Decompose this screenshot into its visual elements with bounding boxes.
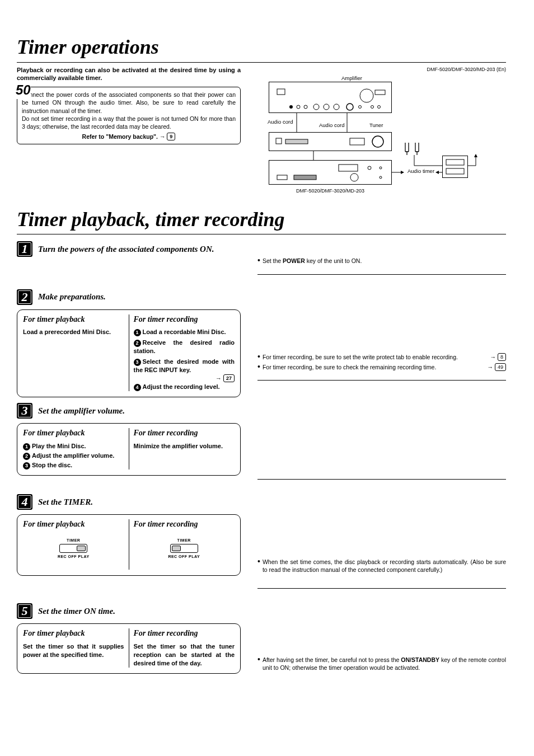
- s3-l-item2: Adjust the amplifier volume.: [32, 452, 114, 459]
- s3-l-item3: Stop the disc.: [32, 462, 72, 468]
- step3-left-heading: For timer playback: [23, 428, 124, 439]
- timer-switch-rec: TIMER REC OFF PLAY: [134, 538, 235, 560]
- svg-rect-2: [375, 90, 385, 95]
- step2-left-body: Load a prerecorded Mini Disc.: [23, 328, 124, 336]
- section-title-timer-playback-recording: Timer playback, timer recording: [17, 206, 506, 235]
- s2-r-item4: Adjust the recording level.: [143, 383, 220, 390]
- step-title-2: Make preparations.: [38, 291, 106, 302]
- svg-point-23: [380, 176, 382, 179]
- switch-bottom-label: REC OFF PLAY: [23, 554, 124, 559]
- bullet-icon: •: [257, 353, 260, 361]
- divider: [257, 274, 506, 275]
- svg-point-0: [360, 89, 373, 102]
- svg-point-12: [378, 105, 381, 108]
- divider: [257, 380, 506, 381]
- timer-svg: [444, 157, 466, 176]
- switch-top-label: TIMER: [23, 538, 124, 543]
- step-number-5: 5: [17, 603, 32, 619]
- tuner-label: Tuner: [369, 122, 383, 129]
- bullet-icon: •: [257, 363, 260, 371]
- s2-note2-text: For timer recording, be sure to check th…: [263, 364, 436, 370]
- step-title-1: Turn the powers of the associated compon…: [38, 243, 214, 255]
- audio-cord-label-1: Audio cord: [268, 119, 293, 126]
- tuner-device: [269, 132, 392, 151]
- svg-point-7: [324, 104, 329, 110]
- s2-r-item1: Load a recordable Mini Disc.: [143, 328, 226, 335]
- step-title-3: Set the amplifier volume.: [38, 405, 125, 416]
- step-number-2: 2: [17, 289, 32, 305]
- audio-cord-label-2: Audio cord: [319, 122, 344, 129]
- svg-point-3: [289, 105, 293, 109]
- step4-right-heading: For timer recording: [134, 519, 235, 530]
- circled-1-icon: 1: [23, 443, 30, 450]
- circled-3-icon: 3: [23, 462, 30, 469]
- divider: [257, 479, 506, 480]
- main-title-timer-operations: Timer operations: [17, 34, 506, 63]
- unit-caption: DMF-5020/DMF-3020/MD-203: [269, 187, 392, 194]
- doc-model-header: DMF-5020/DMF-3020/MD-203 (En): [427, 66, 506, 73]
- svg-point-8: [334, 104, 339, 110]
- page-ref-27: 27: [223, 374, 235, 382]
- switch-bottom-label: REC OFF PLAY: [134, 554, 235, 559]
- step-title-4: Set the TIMER.: [38, 496, 93, 508]
- info-box: Connect the power cords of the associate…: [17, 87, 241, 144]
- bullet-icon: •: [257, 558, 260, 574]
- page-ref-49: 49: [495, 363, 506, 371]
- step3-right-body: Minimize the amplifier volume.: [134, 442, 235, 450]
- step4-note: • When the set time comes, the disc play…: [257, 558, 506, 574]
- step5-note: • After having set the timer, be careful…: [257, 656, 506, 672]
- audio-timer-device: [442, 156, 468, 178]
- svg-point-11: [371, 105, 374, 108]
- tuner-svg: [271, 134, 389, 149]
- step-number-1: 1: [17, 241, 32, 257]
- ref-text: Refer to "Memory backup". →: [82, 133, 166, 140]
- step5-left-body: Set the timer so that it supplies power …: [23, 642, 124, 659]
- step4-box: For timer playback TIMER REC OFF PLAY Fo…: [17, 514, 241, 576]
- bullet-icon: •: [257, 257, 260, 265]
- s3-l-item1: Play the Mini Disc.: [32, 443, 86, 449]
- amplifier-svg: [271, 83, 389, 111]
- svg-rect-21: [294, 175, 316, 180]
- svg-point-4: [297, 105, 300, 109]
- svg-point-9: [346, 104, 353, 110]
- intro-text: Playback or recording can also be activa…: [17, 66, 241, 83]
- amplifier-label: Amplifier: [341, 75, 362, 82]
- svg-rect-17: [339, 165, 358, 171]
- svg-marker-27: [435, 171, 439, 174]
- bullet-icon: •: [257, 656, 260, 672]
- step3-box: For timer playback 1Play the Mini Disc. …: [17, 423, 241, 476]
- step5-box: For timer playback Set the timer so that…: [17, 623, 241, 673]
- svg-rect-14: [285, 139, 308, 144]
- switch-graphic: [59, 544, 87, 553]
- circled-1-icon: 1: [134, 329, 141, 336]
- svg-rect-1: [277, 89, 285, 95]
- info-box-body: Connect the power cords of the associate…: [22, 91, 236, 130]
- svg-marker-28: [474, 154, 477, 157]
- memory-backup-ref: Refer to "Memory backup". → 9: [22, 133, 236, 140]
- circled-4-icon: 4: [134, 384, 141, 391]
- s5-note-a: After having set the timer, be careful n…: [263, 656, 401, 663]
- svg-point-18: [368, 166, 371, 170]
- step2-right-heading: For timer recording: [134, 314, 235, 325]
- md-unit-device: [269, 160, 392, 185]
- svg-rect-24: [446, 159, 464, 165]
- power-plugs-icon: [402, 140, 424, 157]
- step5-right-heading: For timer recording: [134, 628, 235, 639]
- svg-rect-20: [277, 175, 287, 180]
- circled-2-icon: 2: [134, 340, 141, 347]
- svg-point-19: [380, 167, 382, 169]
- step-number-3: 3: [17, 403, 32, 419]
- s4-note-text: When the set time comes, the disc playba…: [263, 558, 506, 574]
- step4-left-heading: For timer playback: [23, 519, 124, 530]
- switch-top-label: TIMER: [134, 538, 235, 543]
- step2-note1: • For timer recording, be sure to set th…: [257, 353, 506, 361]
- power-key-bold: POWER: [283, 257, 305, 264]
- svg-point-5: [304, 105, 307, 109]
- timer-switch-play: TIMER REC OFF PLAY: [23, 538, 124, 560]
- svg-rect-15: [350, 138, 364, 145]
- switch-graphic: [170, 544, 198, 553]
- audio-timer-label: Audio timer: [407, 168, 434, 175]
- svg-point-16: [372, 136, 383, 147]
- s2-r-item2: Receive the desired radio station.: [134, 339, 235, 354]
- md-unit-svg: [271, 162, 389, 183]
